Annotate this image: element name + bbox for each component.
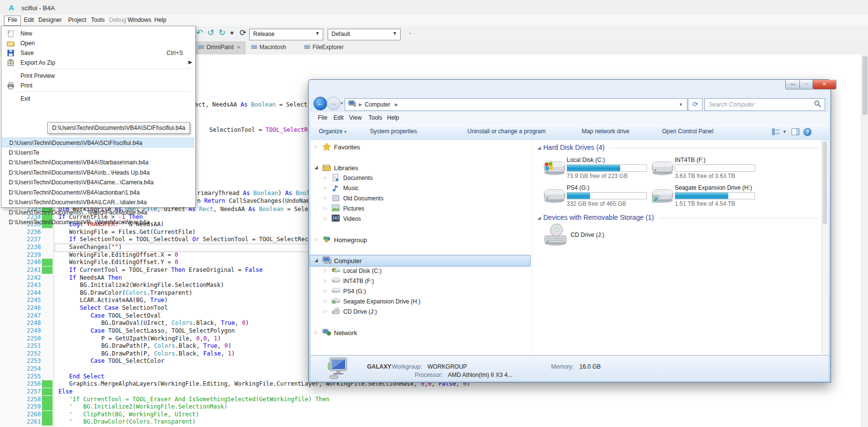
expand-arrow-icon[interactable]: ▷ bbox=[324, 185, 327, 190]
organize-button[interactable]: Organize ▾ bbox=[319, 128, 347, 135]
expand-arrow-icon[interactable]: ▷ bbox=[324, 278, 327, 283]
preview-pane-icon[interactable] bbox=[792, 128, 799, 137]
content-scrollbar[interactable] bbox=[821, 140, 828, 355]
search-box[interactable]: Search Computer bbox=[704, 98, 825, 111]
nav-item-cd-drive-j-[interactable]: ▷CD Drive (J:) bbox=[309, 307, 530, 317]
address-dropdown-icon[interactable]: ▼ bbox=[679, 102, 683, 107]
expand-arrow-icon[interactable]: ▷ bbox=[314, 330, 318, 335]
code-text[interactable]: BG.DrawColor(Colors.Transparent) bbox=[55, 289, 192, 296]
menu-item-print-preview[interactable]: Print Preview bbox=[2, 71, 194, 81]
code-text[interactable]: BG.DrawPath(P, Colors.Black, True, 0) bbox=[55, 342, 231, 349]
nav-item-label[interactable]: Documents bbox=[343, 175, 373, 181]
recent-file-item[interactable]: D:\Users\Techni\Documents\VB4A\actionbar… bbox=[2, 188, 194, 197]
editor-scrollbar-thumb[interactable] bbox=[863, 56, 868, 115]
maximize-button[interactable]: ▫ bbox=[799, 80, 813, 89]
nav-item-label[interactable]: Seagate Expansion Drive (H:) bbox=[343, 298, 421, 305]
drive-tile-local-disk-c-[interactable]: Local Disk (C:)73.9 GB free of 223 GB bbox=[543, 157, 648, 183]
nav-item-label[interactable]: CD Drive (J:) bbox=[343, 308, 377, 315]
code-text[interactable]: WorkingFile.EditingOffset.Y = 0 bbox=[55, 259, 178, 266]
code-text[interactable]: BG.Initialize2(WorkingFile.SelectionMask… bbox=[55, 282, 224, 288]
nav-item-homegroup[interactable]: ▷Homegroup bbox=[309, 235, 530, 245]
nav-item-ps4-g-[interactable]: ▷PS4 (G:) bbox=[309, 286, 530, 297]
group-header[interactable]: Devices with Removable Storage (1) bbox=[543, 214, 654, 221]
expand-arrow-icon[interactable]: ▷ bbox=[324, 196, 327, 200]
nav-item-label[interactable]: Videos bbox=[343, 215, 361, 222]
recent-file-item[interactable]: D:\Users\Techni\Documents\...\WatchFaceM… bbox=[2, 208, 194, 217]
nav-item-seagate-expansion-drive-h-[interactable]: ▷Seagate Expansion Drive (H:) bbox=[309, 297, 530, 307]
explorer-menu-file[interactable]: File bbox=[318, 114, 327, 121]
code-text[interactable]: If NeedsAA Then bbox=[55, 274, 122, 281]
undo-icon[interactable]: ↶ bbox=[196, 28, 203, 38]
address-bar[interactable]: ▶ Computer ▶ ▼ bbox=[345, 98, 687, 111]
nav-item-label[interactable]: Music bbox=[343, 185, 358, 192]
nav-item-label[interactable]: Homegroup bbox=[334, 236, 367, 244]
menu-designer[interactable]: Designer bbox=[35, 16, 65, 25]
drive-tile-cd-drive-j-[interactable]: CD Drive (J:) bbox=[543, 223, 648, 248]
drive-tile-int4tb-f-[interactable]: INT4TB (F:)3.63 TB free of 3.63 TB bbox=[651, 157, 756, 183]
code-text[interactable]: BG.DrawPath(P, Colors.Black, False, 1) bbox=[55, 350, 235, 357]
rebuild-icon[interactable]: ⟳ bbox=[240, 28, 246, 38]
menu-tools[interactable]: Tools bbox=[88, 16, 108, 25]
menu-windows[interactable]: Windows bbox=[124, 16, 155, 25]
map-network-drive-button[interactable]: Map network drive bbox=[582, 128, 629, 135]
nav-item-label[interactable]: Local Disk (C:) bbox=[343, 267, 382, 274]
menu-project[interactable]: Project bbox=[65, 16, 90, 25]
open-control-panel-button[interactable]: Open Control Panel bbox=[662, 128, 713, 135]
code-text[interactable]: LCAR.ActivateAA(BG, True) bbox=[55, 297, 168, 303]
group-collapse-icon[interactable]: ◢ bbox=[537, 145, 541, 150]
toolbar-overflow-icon[interactable]: ⌄ bbox=[408, 30, 412, 35]
minimize-button[interactable]: — bbox=[785, 80, 800, 89]
code-text[interactable]: ' ClipPath(BG, WorkingFile, UIrect) bbox=[55, 411, 199, 418]
nav-item-label[interactable]: Network bbox=[334, 329, 357, 337]
nav-item-pictures[interactable]: ▷Pictures bbox=[309, 204, 530, 214]
nav-item-label[interactable]: Pictures bbox=[343, 205, 364, 212]
nav-item-network[interactable]: ▷Network bbox=[309, 328, 530, 338]
content-scrollbar-thumb[interactable] bbox=[823, 142, 827, 224]
explorer-menu-view[interactable]: View bbox=[349, 114, 362, 121]
recent-file-item[interactable]: D:\Users\Techni\Documents\VB4A\Starbase\… bbox=[2, 158, 194, 167]
recent-pages-icon[interactable]: ▾ bbox=[341, 101, 343, 106]
system-properties-button[interactable]: System properties bbox=[370, 128, 417, 135]
close-button[interactable]: ✕ bbox=[813, 80, 836, 89]
recent-file-item[interactable]: D:\Users\Techni\Documents\VB4A\SCIFI\sci… bbox=[2, 138, 194, 147]
nav-item-label[interactable]: INT4TB (F:) bbox=[343, 278, 374, 285]
recent-file-item[interactable]: D:\Users\Techni\Documents\VB4A\nb...\Hea… bbox=[2, 168, 194, 178]
expand-arrow-icon[interactable]: ▷ bbox=[324, 268, 327, 273]
code-text[interactable]: ' BG.DrawColor(Colors.Transparent) bbox=[55, 418, 196, 425]
recent-file-item[interactable]: D:\Users\Te bbox=[2, 148, 194, 158]
code-text[interactable]: SaveChanges("") bbox=[55, 244, 122, 250]
nav-item-music[interactable]: ▷Music bbox=[309, 183, 530, 194]
nav-item-label[interactable]: Favorites bbox=[334, 143, 360, 151]
code-text[interactable]: WorkingFile.EditingOffset.X = 0 bbox=[55, 251, 178, 258]
nav-item-videos[interactable]: ▷Videos bbox=[309, 214, 530, 224]
nav-item-computer[interactable]: ◢Computer bbox=[309, 256, 530, 266]
drive-tile-ps4-g-[interactable]: PS4 (G:)332 GB free of 465 GB bbox=[543, 184, 648, 211]
code-text[interactable]: P = GetUIpath(WorkingFile, 0,0, 1) bbox=[55, 335, 221, 342]
nav-item-label[interactable]: PS4 (G:) bbox=[343, 288, 366, 295]
recent-file-item[interactable]: D:\Users\Techni\Documents\VB4A\LCAR...\d… bbox=[2, 197, 194, 207]
redo-icon[interactable]: ↻ bbox=[219, 28, 225, 38]
back-button[interactable]: ← bbox=[314, 97, 327, 110]
code-text[interactable]: Else bbox=[55, 388, 73, 395]
menu-item-print[interactable]: Print bbox=[2, 81, 194, 90]
nav-item-old-documents[interactable]: ▷Old Documents bbox=[309, 194, 530, 204]
code-text[interactable]: Case TOOL_SelectColor bbox=[55, 357, 165, 364]
stop-icon[interactable]: ■ bbox=[230, 30, 234, 36]
explorer-menu-tools[interactable]: Tools bbox=[369, 114, 382, 121]
code-text[interactable]: BG.DrawOval(UIrect, Colors.Black, True, … bbox=[55, 320, 249, 326]
recent-file-item[interactable]: D:\Users\Techni\Documents\VB4A\Came...\C… bbox=[2, 178, 194, 187]
editor-scrollbar[interactable] bbox=[861, 54, 868, 427]
code-text[interactable]: ' BG.Initialize2(WorkingFile.SelectionMa… bbox=[55, 403, 227, 410]
nav-item-documents[interactable]: ▷Documents bbox=[309, 173, 530, 183]
expand-arrow-icon[interactable]: ▷ bbox=[324, 216, 327, 221]
expand-arrow-icon[interactable]: ▷ bbox=[324, 309, 327, 314]
nav-item-label[interactable]: Computer bbox=[334, 257, 362, 265]
search-icon[interactable] bbox=[814, 100, 821, 109]
menu-item-new[interactable]: ✳New bbox=[2, 29, 194, 38]
recent-file-item[interactable]: D:\Users\Techni\Documents\VB...\Watchfac… bbox=[2, 217, 194, 227]
group-collapse-icon[interactable]: ◢ bbox=[537, 215, 541, 220]
expand-arrow-icon[interactable]: ▷ bbox=[314, 144, 318, 149]
close-tab-icon[interactable]: × bbox=[237, 44, 240, 50]
nav-item-int4tb-f-[interactable]: ▷INT4TB (F:) bbox=[309, 276, 530, 286]
layout-variant-select[interactable]: Default ▼ bbox=[328, 29, 401, 40]
